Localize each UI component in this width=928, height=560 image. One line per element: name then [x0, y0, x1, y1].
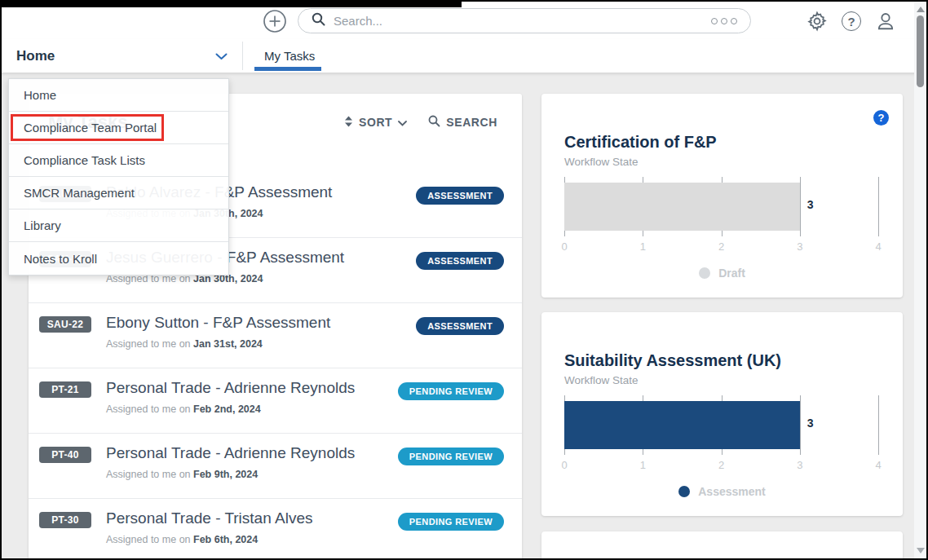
- task-title: Personal Trade - Tristan Alves: [106, 509, 398, 528]
- legend-dot: [699, 267, 710, 279]
- chart-legend: Draft: [541, 267, 903, 280]
- chart-card-suitability: Suitability Assessment (UK) Workflow Sta…: [541, 312, 903, 516]
- x-axis-labels: 0 1 2 3 4: [564, 459, 878, 472]
- bar: [564, 183, 800, 231]
- settings-gear-icon[interactable]: [806, 10, 829, 33]
- task-status-badge: PENDING REVIEW: [398, 382, 504, 400]
- chart-legend: Assessment: [541, 485, 903, 498]
- task-id-badge: PT-21: [39, 381, 91, 398]
- bar-value-label: 3: [807, 417, 814, 430]
- search-options-icon[interactable]: [711, 18, 737, 24]
- search-icon: [312, 12, 325, 29]
- task-id-badge: SAU-22: [39, 316, 91, 333]
- sort-icon: [344, 116, 353, 130]
- task-title: Personal Trade - Adrienne Reynolds: [106, 378, 398, 398]
- bar: [564, 401, 800, 449]
- sort-chevron-icon: [398, 116, 407, 129]
- chevron-down-icon: [215, 49, 228, 64]
- search-icon: [428, 115, 440, 130]
- bar-chart: 3: [564, 177, 878, 236]
- nav-bar: Home My Tasks: [2, 39, 926, 73]
- add-icon[interactable]: [263, 9, 287, 33]
- legend-dot: [678, 486, 690, 497]
- user-profile-icon[interactable]: [874, 10, 897, 33]
- chart-card-certification: ? Certification of F&P Workflow State 3 …: [541, 94, 903, 298]
- menu-item-compliance-team-portal[interactable]: Compliance Team Portal: [9, 112, 228, 144]
- task-row[interactable]: PT-40 Personal Trade - Adrienne Reynolds…: [29, 434, 522, 499]
- menu-item-compliance-task-lists[interactable]: Compliance Task Lists: [9, 144, 228, 177]
- menu-item-home[interactable]: Home: [9, 79, 228, 112]
- chart-card-partial: [541, 531, 903, 560]
- task-id-badge: PT-30: [39, 512, 91, 528]
- task-assigned-text: Assigned to me on Feb 6th, 2024: [106, 534, 398, 545]
- app-window: ? Home My Tasks My Tasks: [0, 0, 928, 560]
- x-axis-labels: 0 1 2 3 4: [564, 240, 878, 254]
- menu-item-smcr-management[interactable]: SMCR Management: [9, 177, 228, 209]
- legend-label: Assessment: [698, 485, 766, 498]
- task-row[interactable]: PT-30 Personal Trade - Tristan Alves Ass…: [29, 499, 522, 560]
- scrollbar-thumb[interactable]: [917, 15, 924, 87]
- scrollbar[interactable]: [914, 2, 926, 558]
- scrollbar-up-arrow-icon[interactable]: [917, 7, 925, 12]
- global-search-bar[interactable]: [298, 8, 751, 33]
- bar-value-label: 3: [807, 198, 814, 211]
- task-assigned-text: Assigned to me on Feb 9th, 2024: [106, 469, 398, 480]
- chart-title: Certification of F&P: [564, 133, 717, 152]
- help-icon[interactable]: ?: [840, 10, 863, 33]
- menu-item-notes-to-kroll[interactable]: Notes to Kroll: [9, 242, 228, 275]
- search-input[interactable]: [334, 14, 711, 28]
- nav-divider: [242, 42, 243, 70]
- menu-item-library[interactable]: Library: [9, 209, 228, 242]
- task-assigned-text: Assigned to me on Feb 2nd, 2024: [106, 403, 398, 415]
- search-control[interactable]: SEARCH: [428, 115, 497, 130]
- task-title: Personal Trade - Adrienne Reynolds: [106, 443, 398, 463]
- chart-title: Suitability Assessment (UK): [564, 351, 781, 370]
- task-row[interactable]: PT-21 Personal Trade - Adrienne Reynolds…: [29, 368, 522, 434]
- task-status-badge: PENDING REVIEW: [398, 448, 504, 465]
- chart-subtitle: Workflow State: [564, 156, 639, 168]
- window-top-strip: [0, 0, 462, 7]
- task-row[interactable]: SAU-22 Ebony Sutton - F&P Assessment Ass…: [29, 303, 522, 368]
- home-dropdown-label: Home: [16, 48, 55, 64]
- legend-label: Draft: [718, 267, 745, 280]
- task-status-badge: ASSESSMENT: [416, 252, 504, 270]
- task-status-badge: PENDING REVIEW: [398, 513, 504, 531]
- home-dropdown-menu: Home Compliance Team Portal Compliance T…: [8, 78, 229, 276]
- task-status-badge: ASSESSMENT: [416, 317, 504, 335]
- task-status-badge: ASSESSMENT: [416, 187, 504, 205]
- bar-chart: 3: [564, 395, 878, 455]
- chart-subtitle: Workflow State: [564, 374, 639, 386]
- active-tab-underline: [254, 67, 321, 71]
- scrollbar-down-arrow-icon[interactable]: [917, 548, 925, 553]
- home-dropdown-toggle[interactable]: Home: [2, 39, 242, 73]
- task-title: Ebony Sutton - F&P Assessment: [106, 313, 416, 333]
- task-id-badge: PT-40: [39, 447, 91, 463]
- card-help-icon[interactable]: ?: [873, 110, 889, 126]
- task-assigned-text: Assigned to me on Jan 31st, 2024: [106, 338, 416, 350]
- sort-control[interactable]: SORT: [344, 116, 407, 130]
